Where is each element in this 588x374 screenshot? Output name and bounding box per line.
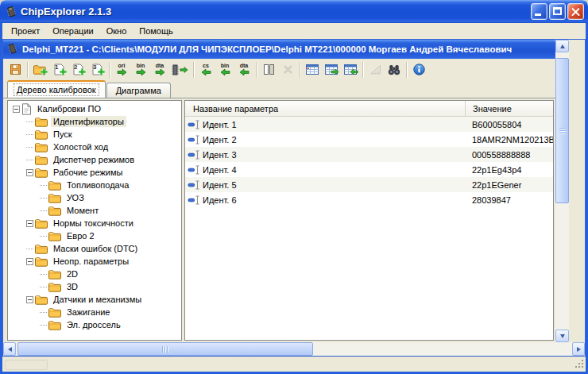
tree-item-label: УОЗ [64, 192, 87, 203]
folder-icon [35, 155, 48, 165]
plus-icon [41, 67, 48, 77]
tree-item[interactable]: Неопр. параметры [8, 255, 181, 268]
document-titlebar[interactable]: Delphi_MT221 - C:\Clients\МОДУЛИ ДЛЯ ЧИП… [3, 40, 555, 59]
minimize-button[interactable] [531, 3, 547, 20]
compare-button[interactable] [259, 60, 278, 79]
parameter-value: 22p1EGener [465, 180, 553, 190]
floppy-icon [10, 64, 21, 75]
folder-icon [35, 295, 48, 305]
tree-item[interactable]: Зажигание [8, 306, 181, 318]
document-child-window: Delphi_MT221 - C:\Clients\МОДУЛИ ДЛЯ ЧИП… [3, 40, 555, 342]
vertical-scroll-track[interactable] [555, 52, 569, 330]
vertical-scrollbar[interactable] [555, 40, 569, 342]
add-page-3-button[interactable]: 3 [87, 60, 106, 79]
tree-item[interactable]: Нормы токсичности [8, 217, 181, 229]
table-import-button[interactable] [341, 60, 360, 79]
menu-item[interactable]: Окно [100, 25, 133, 38]
import-cs-button[interactable]: cs [196, 60, 215, 79]
tree-expander[interactable] [26, 169, 33, 176]
tree-item[interactable]: Датчики и механизмы [8, 293, 181, 306]
tree-expander[interactable] [26, 258, 33, 265]
tree-item[interactable]: Евро 2 [8, 229, 181, 242]
scroll-left-button[interactable] [3, 342, 16, 356]
vertical-scroll-thumb[interactable] [555, 58, 569, 203]
tree-item-label: Рабочие режимы [51, 167, 125, 178]
info-button[interactable] [409, 60, 428, 79]
tree-item[interactable]: Эл. дроссель [8, 318, 181, 331]
main-titlebar[interactable]: ChipExplorer 2.1.3 [0, 0, 588, 23]
parameter-value: 18AMR2NM120213B6 [465, 135, 553, 145]
green-arrow-left-icon [220, 68, 230, 76]
tree-expander[interactable] [26, 296, 33, 303]
export-ori-button[interactable]: ori [112, 60, 131, 79]
table-view-button[interactable] [303, 60, 322, 79]
parameter-icon [188, 119, 201, 130]
folder-icon [48, 206, 61, 216]
import-bin-button[interactable]: bin [215, 60, 234, 79]
delete-button[interactable] [278, 60, 297, 79]
tab-label: Диаграмма [113, 84, 164, 97]
parameter-name: Идент. 5 [203, 180, 237, 190]
column-header-name[interactable]: Название параметра [185, 104, 465, 114]
tree-item[interactable]: УОЗ [8, 191, 181, 204]
horizontal-scroll-track[interactable] [16, 342, 572, 356]
table-row[interactable]: Идент. 3 000558888888 [185, 147, 553, 162]
find-button[interactable] [385, 60, 404, 79]
add-page-2-button[interactable]: 2 [68, 60, 87, 79]
export-dta-button[interactable]: dta [150, 60, 169, 79]
tree-item[interactable]: 3D [8, 280, 181, 293]
horizontal-scrollbar[interactable] [3, 342, 585, 356]
tree-item[interactable]: Холостой ход [8, 141, 181, 153]
column-header-value[interactable]: Значение [465, 101, 553, 116]
menu-item[interactable]: Операции [46, 25, 99, 38]
table-row[interactable]: Идент. 5 22p1EGener [185, 177, 553, 192]
tree-item[interactable]: Рабочие режимы [8, 166, 181, 179]
folder-icon [35, 129, 48, 140]
tree-item[interactable]: Топливоподача [8, 179, 181, 191]
export-chip-button[interactable] [169, 60, 191, 79]
tree-item-label: Холостой ход [51, 141, 110, 152]
tree-item[interactable]: Калибровки ПО [8, 102, 181, 115]
import-dta-button[interactable]: dta [234, 60, 253, 79]
tab[interactable]: Диаграмма [106, 83, 171, 98]
page-number-label: 2 [74, 64, 77, 71]
folder-icon [35, 218, 48, 229]
toolbar: 1 2 3 [3, 59, 555, 80]
tree-item[interactable]: Момент [8, 204, 181, 217]
table-row[interactable]: Идент. 4 22p1Eg43p4 [185, 162, 553, 177]
scroll-up-button[interactable] [555, 40, 569, 52]
table-row[interactable]: Идент. 2 18AMR2NM120213B6 [185, 132, 553, 147]
maximize-icon [553, 7, 562, 15]
tree-expander[interactable] [13, 106, 20, 113]
table-row[interactable]: Идент. 6 28039847 [185, 192, 553, 207]
maximize-button[interactable] [549, 3, 566, 20]
add-folder-button[interactable] [30, 60, 49, 79]
tree-expander[interactable] [26, 220, 33, 227]
tree-item[interactable]: 2D [8, 268, 181, 280]
tree-item[interactable]: Пуск [8, 128, 181, 141]
tab[interactable]: Дерево калибровок [7, 80, 106, 98]
tree-connector [26, 121, 33, 122]
table-export-button[interactable] [322, 60, 341, 79]
save-button[interactable] [6, 60, 25, 79]
menu-item[interactable]: Помощь [133, 25, 180, 38]
tree-item[interactable]: Диспетчер режимов [8, 153, 181, 166]
horizontal-scroll-thumb[interactable] [17, 342, 313, 356]
binoculars-icon [388, 64, 400, 75]
tree-item[interactable]: Идентификаторы [8, 115, 181, 128]
scroll-right-button[interactable] [572, 342, 585, 356]
parameter-icon [188, 164, 201, 175]
folder-icon [35, 117, 48, 127]
export-bin-button[interactable]: bin [131, 60, 150, 79]
add-page-1-button[interactable]: 1 [49, 60, 68, 79]
tree-item[interactable]: Маски ошибок (DTC) [8, 242, 181, 255]
tree-connector [26, 134, 33, 135]
table-row[interactable]: Идент. 1 B600055804 [185, 117, 553, 132]
resize-grip-icon[interactable] [574, 359, 585, 371]
menu-item[interactable]: Проект [5, 25, 46, 38]
measure-button[interactable] [366, 60, 385, 79]
close-button[interactable] [567, 3, 584, 20]
scroll-down-button[interactable] [555, 330, 569, 342]
mdi-area: Delphi_MT221 - C:\Clients\МОДУЛИ ДЛЯ ЧИП… [2, 39, 586, 357]
menu-item-label: Проект [11, 26, 40, 36]
